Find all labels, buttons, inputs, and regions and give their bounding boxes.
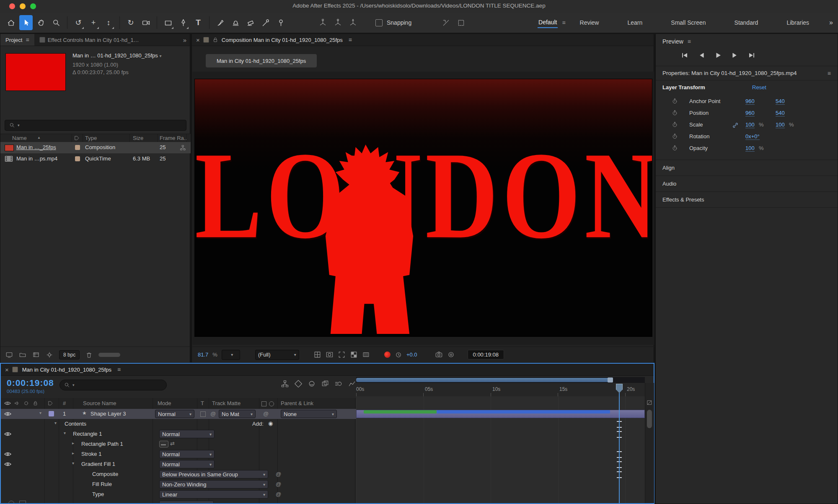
col-track-matte[interactable]: Track Matte [212, 400, 241, 406]
clone-stamp-tool-icon[interactable] [229, 15, 242, 30]
brush-tool-icon[interactable] [214, 15, 227, 30]
stopwatch-icon[interactable] [672, 110, 678, 116]
zoom-value[interactable]: 81.7 [198, 352, 208, 358]
workspace-small-screen[interactable]: Small Screen [670, 18, 706, 28]
workspace-default[interactable]: Default [538, 17, 558, 28]
twirl-icon[interactable]: ▾ [54, 421, 57, 425]
grid-guides-icon[interactable] [313, 351, 321, 359]
workspace-libraries[interactable]: Libraries [786, 18, 810, 28]
new-composition-icon[interactable] [32, 351, 40, 359]
channels-icon[interactable] [384, 352, 391, 358]
col-t[interactable]: T [201, 400, 204, 406]
label-column-icon[interactable] [48, 401, 53, 406]
col-frame-rate[interactable]: Frame Ra.. [160, 135, 187, 141]
col-type[interactable]: Type [85, 135, 97, 141]
zoom-tool-icon[interactable] [49, 15, 63, 30]
scale-y-value[interactable]: 100 [776, 121, 785, 128]
comp-breadcrumb[interactable]: Man in City 01-hd_1920_1080_25fps [206, 54, 317, 67]
workspace-learn[interactable]: Learn [626, 18, 643, 28]
motion-blur-icon[interactable] [334, 380, 343, 388]
row-stroke-1[interactable]: ▸ Stroke 1 Normal▾ [1, 449, 356, 459]
col-mode[interactable]: Mode [158, 400, 171, 406]
eraser-tool-icon[interactable] [244, 15, 257, 30]
lock-icon[interactable] [212, 37, 218, 43]
first-frame-button[interactable] [681, 52, 688, 59]
panel-menu-icon[interactable]: ≡ [117, 366, 121, 373]
timeline-ruler[interactable]: 0:00s 05s 10s 15s 20s [356, 383, 645, 397]
path-direction-icon[interactable] [159, 441, 168, 447]
exposure-value[interactable]: +0.0 [406, 352, 417, 358]
group-name[interactable]: Rectangle 1 [73, 431, 102, 437]
layer-row-shape-layer-3[interactable]: ▾ 1 ★ Shape Layer 3 Normal▾ @ No Mat▾ @ … [1, 409, 356, 419]
blend-mode-dropdown[interactable]: Normal▾ [159, 450, 215, 458]
layer-expand-caret-icon[interactable]: ▾ [39, 411, 41, 415]
scale-x-value[interactable]: 100 [745, 121, 755, 128]
local-axis-mode-icon[interactable] [316, 15, 329, 30]
parent-dropdown[interactable]: None▾ [281, 410, 337, 418]
playhead-line[interactable] [619, 393, 620, 503]
anchor-y-value[interactable]: 540 [776, 98, 785, 105]
matte-pickwhip-icon[interactable]: @ [210, 411, 216, 417]
twirl-icon[interactable]: ▾ [64, 431, 66, 435]
group-name[interactable]: Rectangle Path 1 [81, 441, 123, 447]
hide-shy-layers-icon[interactable] [308, 380, 316, 388]
opacity-value[interactable]: 100 [745, 145, 755, 152]
comp-mini-flowchart-icon[interactable] [281, 380, 289, 388]
pan-camera-tool-icon[interactable]: + [87, 15, 100, 30]
workspace-standard[interactable]: Standard [734, 18, 759, 28]
composite-dropdown[interactable]: Below Previous in Same Group▾ [159, 470, 268, 478]
twirl-icon[interactable]: ▾ [72, 461, 74, 465]
close-tab-icon[interactable]: × [196, 36, 200, 44]
label-color-swatch[interactable] [75, 145, 80, 150]
camera-tool-icon[interactable] [139, 15, 153, 30]
tab-overflow-icon[interactable]: » [183, 36, 186, 44]
section-effects-presets[interactable]: Effects & Presets [662, 196, 704, 203]
reset-exposure-icon[interactable] [395, 351, 402, 359]
eye-icon[interactable] [4, 411, 11, 416]
pixel-aspect-icon[interactable] [362, 351, 370, 359]
contents-label[interactable]: Contents [65, 421, 86, 427]
graph-editor-icon[interactable] [348, 380, 356, 388]
expression-pickwhip-icon[interactable]: @ [276, 491, 281, 497]
frame-blending-icon[interactable] [321, 380, 329, 388]
previous-frame-button[interactable] [698, 52, 705, 59]
col-source-name[interactable]: Source Name [83, 400, 116, 406]
path-swap-icon[interactable]: ⇄ [170, 440, 175, 447]
comp-viewport[interactable]: LONDON [192, 72, 654, 345]
new-folder-icon[interactable] [19, 351, 26, 359]
row-gradient-type[interactable]: Type Linear▾ @ [1, 489, 356, 499]
track-area[interactable] [356, 396, 645, 503]
project-row-footage[interactable]: Man in …ps.mp4 QuickTime 6.3 MB 25 [0, 153, 191, 165]
home-icon[interactable] [4, 15, 18, 30]
transparency-grid-icon[interactable] [350, 351, 358, 359]
eye-icon[interactable] [4, 452, 11, 457]
t-switch[interactable] [200, 411, 206, 417]
dolly-camera-tool-icon[interactable]: ↕ [102, 15, 115, 30]
draft-3d-icon[interactable] [294, 380, 303, 388]
label-color-swatch[interactable] [75, 156, 80, 161]
position-y-value[interactable]: 540 [776, 110, 785, 116]
panel-menu-icon[interactable]: ≡ [26, 36, 29, 43]
tab-composition-label[interactable]: Composition Man in City 01-hd_1920_1080_… [222, 37, 343, 43]
snap-boundaries-icon[interactable] [454, 15, 468, 30]
world-axis-mode-icon[interactable] [331, 15, 344, 30]
row-rectangle-path-1[interactable]: ▸ Rectangle Path 1 ⇄ [1, 439, 356, 449]
tab-project[interactable]: Project ≡ [0, 34, 34, 46]
workspace-menu-icon[interactable]: ≡ [562, 19, 565, 26]
last-frame-button[interactable] [748, 52, 755, 59]
rectangle-tool-icon[interactable] [161, 15, 175, 30]
search-caret-icon[interactable]: ▾ [72, 383, 75, 387]
timeline-timecode[interactable]: 0:00:19:08 [7, 378, 54, 388]
stopwatch-icon[interactable] [672, 121, 678, 128]
timeline-search-input[interactable]: ▾ [59, 380, 167, 390]
workspace-overflow-icon[interactable]: » [828, 17, 834, 28]
row-fill-rule[interactable]: Fill Rule Non-Zero Winding▾ @ [1, 479, 356, 489]
selection-tool-icon[interactable] [19, 15, 33, 30]
row-name[interactable]: Man in …ps.mp4 [16, 155, 57, 162]
trash-icon[interactable] [85, 352, 93, 359]
link-dimensions-icon[interactable] [732, 122, 739, 129]
panel-menu-icon[interactable]: ≡ [828, 70, 831, 77]
eye-icon[interactable] [4, 462, 11, 467]
fill-rule-dropdown[interactable]: Non-Zero Winding▾ [159, 480, 268, 488]
col-parent-link[interactable]: Parent & Link [281, 400, 313, 406]
